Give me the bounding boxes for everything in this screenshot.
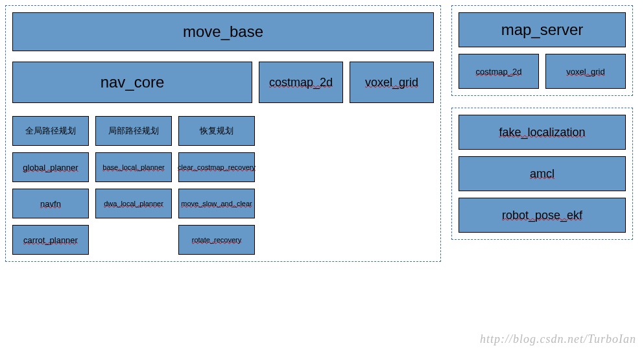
- map-server-box: map_server: [459, 12, 626, 47]
- global-header: 全局路径规划: [12, 116, 89, 146]
- map-server-voxel-grid: voxel_grid: [545, 54, 626, 89]
- map-server-costmap-2d: costmap_2d: [459, 54, 539, 89]
- local-header: 局部路径规划: [95, 116, 172, 146]
- robot-pose-ekf: robot_pose_ekf: [459, 198, 626, 233]
- localization-group: fake_localization amcl robot_pose_ekf: [451, 108, 633, 240]
- global-planner-column: 全局路径规划 global_planner navfn carrot_plann…: [12, 116, 89, 255]
- dwa-local-planner: dwa_local_planner: [95, 189, 172, 218]
- move-slow-and-clear: move_slow_and_clear: [178, 189, 255, 218]
- recovery-header: 恢复规划: [178, 116, 255, 146]
- base-local-planner: base_local_planner: [95, 152, 172, 182]
- fake-localization: fake_localization: [459, 115, 626, 150]
- voxel-grid-box: voxel_grid: [350, 62, 434, 103]
- carrot-planner: carrot_planner: [12, 225, 89, 255]
- global-planner: global_planner: [12, 152, 89, 182]
- map-server-group: map_server costmap_2d voxel_grid: [451, 5, 633, 96]
- amcl: amcl: [459, 156, 626, 191]
- costmap-2d-box: costmap_2d: [259, 62, 343, 103]
- watermark: http://blog.csdn.net/TurboIan: [480, 332, 636, 346]
- recovery-column: 恢复规划 clear_costmap_recovery move_slow_an…: [178, 116, 255, 255]
- clear-costmap-recovery: clear_costmap_recovery: [178, 152, 255, 182]
- local-planner-column: 局部路径规划 base_local_planner dwa_local_plan…: [95, 116, 172, 255]
- navfn: navfn: [12, 189, 89, 218]
- rotate-recovery: rotate_recovery: [178, 225, 255, 255]
- move-base-box: move_base: [12, 12, 434, 51]
- move-base-group: move_base nav_core costmap_2d voxel_grid…: [5, 5, 441, 262]
- nav-core-box: nav_core: [12, 62, 252, 103]
